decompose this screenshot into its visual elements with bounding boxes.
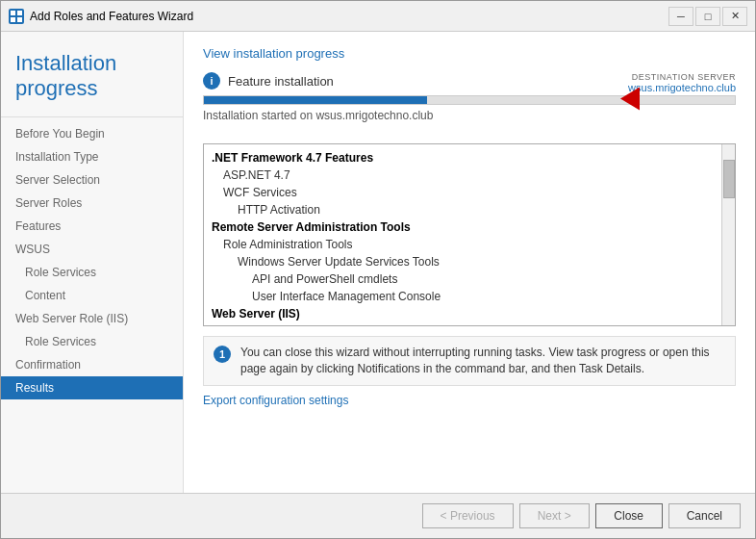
- scrollbar-thumb[interactable]: [723, 160, 735, 198]
- sidebar-nav-item[interactable]: Server Roles: [1, 192, 183, 215]
- feature-list-item: Management Tools: [204, 322, 735, 326]
- feature-list-item: Web Server (IIS): [204, 305, 735, 322]
- notification-box: 1 You can close this wizard without inte…: [203, 336, 736, 386]
- page-header: Installation progress: [1, 41, 183, 117]
- sidebar-nav-item[interactable]: Server Selection: [1, 168, 183, 192]
- feature-list-item: Windows Server Update Services Tools: [204, 253, 735, 270]
- main-content: View installation progress i Feature ins…: [184, 32, 755, 493]
- notification-number: 1: [214, 346, 231, 363]
- sidebar-nav-item[interactable]: Installation Type: [1, 145, 183, 168]
- sidebar-nav-item[interactable]: Confirmation: [1, 353, 183, 376]
- progress-container: [203, 95, 736, 105]
- feature-list-item: API and PowerShell cmdlets: [204, 270, 735, 288]
- cancel-button[interactable]: Cancel: [668, 503, 741, 528]
- sidebar-nav-item[interactable]: Role Services: [1, 261, 183, 284]
- features-list-container: .NET Framework 4.7 FeaturesASP.NET 4.7WC…: [203, 143, 736, 326]
- progress-bar-background: [203, 95, 736, 105]
- sidebar: Installation progress Before You BeginIn…: [1, 32, 184, 493]
- main-window: Add Roles and Features Wizard ─ □ ✕ Inst…: [0, 0, 756, 539]
- red-arrow-icon: [620, 88, 640, 111]
- sidebar-nav-item[interactable]: Results: [1, 376, 183, 399]
- maximize-button[interactable]: □: [695, 7, 720, 26]
- next-button[interactable]: Next >: [519, 503, 590, 528]
- svg-rect-2: [11, 17, 15, 22]
- notification-text: You can close this wizard without interr…: [240, 345, 725, 377]
- svg-rect-1: [17, 11, 22, 15]
- app-icon: [9, 9, 24, 24]
- nav-list: Before You BeginInstallation TypeServer …: [1, 122, 183, 399]
- feature-list-item: User Interface Management Console: [204, 288, 735, 305]
- minimize-button[interactable]: ─: [668, 7, 693, 26]
- destination-server-info: DESTINATION SERVER wsus.mrigotechno.club: [628, 72, 736, 93]
- feature-install-label: Feature installation: [228, 74, 334, 89]
- close-window-button[interactable]: ✕: [722, 7, 747, 26]
- feature-list-item: WCF Services: [204, 184, 735, 201]
- close-button[interactable]: Close: [595, 503, 663, 528]
- svg-rect-0: [11, 11, 15, 15]
- window-title: Add Roles and Features Wizard: [30, 10, 668, 23]
- features-list: .NET Framework 4.7 FeaturesASP.NET 4.7WC…: [204, 144, 735, 326]
- feature-list-item: .NET Framework 4.7 Features: [204, 149, 735, 167]
- export-configuration-link[interactable]: Export configuration settings: [203, 394, 736, 407]
- page-title: Installation progress: [15, 51, 168, 102]
- feature-list-item: HTTP Activation: [204, 201, 735, 218]
- destination-value: wsus.mrigotechno.club: [628, 82, 736, 93]
- sidebar-nav-item[interactable]: Web Server Role (IIS): [1, 307, 183, 330]
- scrollbar-track[interactable]: [721, 144, 735, 325]
- footer: < Previous Next > Close Cancel: [1, 493, 755, 538]
- feature-list-item: Remote Server Administration Tools: [204, 218, 735, 236]
- window-controls: ─ □ ✕: [668, 7, 747, 26]
- feature-list-item: ASP.NET 4.7: [204, 167, 735, 184]
- previous-button[interactable]: < Previous: [422, 503, 514, 528]
- sidebar-nav-item[interactable]: Role Services: [1, 330, 183, 353]
- progress-bar-fill: [204, 96, 427, 104]
- progress-arrow: [620, 88, 640, 114]
- section-title: View installation progress: [203, 46, 736, 61]
- info-icon: i: [203, 72, 220, 90]
- sidebar-nav-item[interactable]: Features: [1, 215, 183, 238]
- destination-label: DESTINATION SERVER: [628, 72, 736, 82]
- content-area: Installation progress Before You BeginIn…: [1, 32, 755, 493]
- feature-list-item: Role Administration Tools: [204, 236, 735, 253]
- sidebar-nav-item[interactable]: Content: [1, 284, 183, 307]
- sidebar-nav-item[interactable]: Before You Begin: [1, 122, 183, 145]
- svg-rect-3: [17, 17, 22, 22]
- install-started-text: Installation started on wsus.mrigotechno…: [203, 109, 736, 122]
- titlebar: Add Roles and Features Wizard ─ □ ✕: [1, 1, 755, 32]
- sidebar-nav-item[interactable]: WSUS: [1, 238, 183, 261]
